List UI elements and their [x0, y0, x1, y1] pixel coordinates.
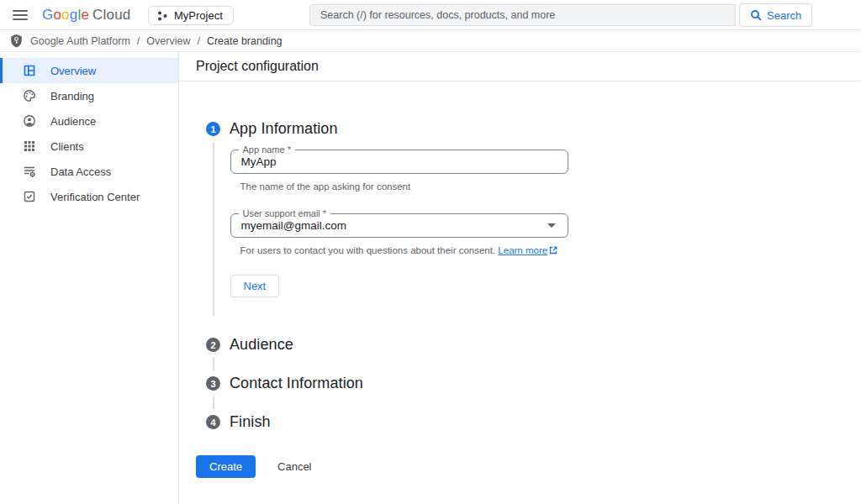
logo-letter: o	[61, 7, 70, 24]
app-name-input[interactable]	[231, 155, 568, 168]
logo-cloud-text: Cloud	[92, 7, 130, 24]
palette-icon	[23, 89, 36, 102]
logo-letter: o	[53, 7, 61, 24]
hamburger-menu-icon[interactable]	[11, 6, 29, 24]
logo-letter: g	[70, 7, 78, 24]
main-content: Project configuration 1 App Information …	[179, 52, 861, 503]
search-icon	[750, 9, 762, 21]
breadcrumb-separator: /	[137, 35, 140, 47]
step-number-badge: 2	[206, 338, 220, 352]
cancel-button[interactable]: Cancel	[277, 460, 311, 473]
next-button[interactable]: Next	[230, 275, 280, 297]
sidebar-item-data-access[interactable]: Data Access	[0, 159, 178, 184]
google-cloud-logo: Google Cloud	[42, 0, 130, 30]
page-title: Project configuration	[179, 52, 861, 81]
search-input[interactable]	[310, 5, 735, 25]
sidebar-item-label: Overview	[50, 65, 96, 77]
list-gear-icon	[23, 165, 36, 178]
step-title: Contact Information	[230, 375, 363, 392]
chevron-down-icon[interactable]	[547, 223, 556, 228]
create-button[interactable]: Create	[196, 455, 256, 478]
step-app-information: 1 App Information	[206, 120, 861, 138]
step-title: Finish	[230, 413, 271, 431]
step-number-badge: 3	[206, 376, 220, 391]
learn-more-link[interactable]: Learn more	[498, 245, 547, 255]
breadcrumb-item-overview[interactable]: Overview	[146, 35, 190, 47]
sidebar-item-branding[interactable]: Branding	[0, 83, 178, 108]
breadcrumb-item-auth-platform[interactable]: Google Auth Platform	[30, 35, 130, 47]
step-number-badge: 4	[206, 415, 220, 429]
app-name-label: App name *	[239, 144, 295, 155]
user-support-email-field[interactable]: User support email * myemail@gmail.com	[230, 213, 568, 238]
top-bar: Google Cloud MyProject Search	[0, 0, 861, 30]
project-selector-icon	[156, 10, 168, 22]
sidebar-item-verification-center[interactable]: Verification Center	[0, 184, 178, 209]
sidebar-item-audience[interactable]: Audience	[0, 108, 178, 134]
step-audience: 2 Audience	[206, 336, 861, 354]
stepper-connector-line	[213, 396, 214, 409]
breadcrumb: Google Auth Platform / Overview / Create…	[0, 30, 861, 52]
search-bar	[309, 4, 736, 26]
project-selector-button[interactable]: MyProject	[148, 6, 234, 25]
external-link-icon	[549, 246, 557, 256]
search-button[interactable]: Search	[739, 3, 812, 27]
sidebar-item-label: Verification Center	[50, 191, 140, 203]
step-title: Audience	[230, 336, 293, 354]
search-button-label: Search	[767, 9, 801, 22]
step-title: App Information	[230, 120, 338, 138]
sidebar-item-label: Branding	[50, 90, 94, 102]
sidebar-item-clients[interactable]: Clients	[0, 134, 178, 159]
auth-platform-shield-icon	[10, 34, 23, 48]
checkbox-icon	[23, 190, 36, 203]
sidebar-item-overview[interactable]: Overview	[0, 58, 178, 83]
form-actions: Create Cancel	[196, 455, 861, 478]
sidebar-item-label: Data Access	[50, 165, 111, 178]
project-selector-label: MyProject	[174, 9, 223, 22]
breadcrumb-item-create-branding: Create branding	[207, 35, 283, 47]
step-finish: 4 Finish	[206, 413, 861, 431]
logo-letter: G	[42, 7, 53, 24]
sidebar-item-label: Clients	[50, 140, 84, 153]
user-support-email-value: myemail@gmail.com	[231, 219, 547, 232]
apps-grid-icon	[23, 139, 36, 153]
breadcrumb-separator: /	[197, 35, 199, 47]
sidebar-nav: Overview Branding Audience Clients Data …	[0, 52, 179, 503]
sidebar-item-label: Audience	[50, 115, 96, 128]
user-support-email-label: User support email *	[239, 208, 331, 218]
setup-stepper: 1 App Information App name * The name of…	[196, 120, 861, 431]
person-icon	[23, 114, 36, 128]
user-support-email-helper-text: For users to contact you with questions …	[240, 245, 566, 256]
app-name-helper-text: The name of the app asking for consent	[240, 181, 566, 192]
app-name-field[interactable]: App name *	[230, 150, 568, 174]
step-number-badge: 1	[206, 122, 220, 136]
step-contact-information: 3 Contact Information	[206, 375, 861, 392]
dashboard-icon	[23, 64, 36, 77]
stepper-connector-line	[213, 358, 214, 370]
logo-letter: e	[81, 7, 89, 24]
helper-text: For users to contact you with questions …	[240, 245, 496, 255]
app-information-form: App name * The name of the app asking fo…	[213, 143, 566, 316]
